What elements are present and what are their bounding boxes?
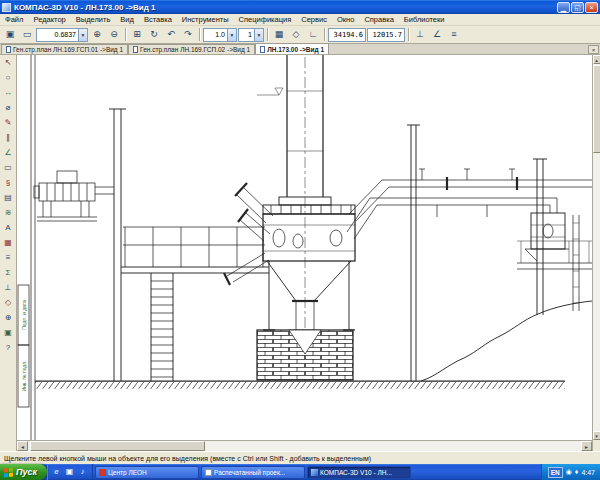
tool-library-button[interactable]: ≡ (1, 251, 16, 266)
tool-views-button[interactable]: ▤ (1, 191, 16, 206)
menu-file[interactable]: Файл (0, 14, 28, 26)
ortho-button[interactable]: ∟ (305, 27, 321, 43)
chevron-down-icon[interactable]: ▾ (227, 29, 236, 41)
tool-snap-button[interactable]: ◇ (1, 296, 16, 311)
scroll-left-icon[interactable]: ◄ (17, 441, 28, 451)
tray-agent-icon[interactable]: ♦ (575, 464, 579, 480)
restore-button[interactable]: ◱ (571, 2, 584, 13)
tool-zoom-button[interactable]: ⊕ (1, 311, 16, 326)
menu-view[interactable]: Вид (115, 14, 139, 26)
taskbar-item-leon[interactable]: Центр ЛЕОН (95, 466, 199, 479)
tab-label: Ген.стр.план ЛН.169.ГСП.01 ->Вид 1 (13, 46, 123, 53)
tool-editing-button[interactable]: ✎ (1, 116, 16, 131)
tool-specification-button[interactable]: § (1, 176, 16, 191)
grid-button[interactable]: ▦ (271, 27, 287, 43)
technical-drawing[interactable]: Подп. и дата Инв. № подл. (17, 55, 592, 440)
tray-status-icon[interactable]: ◉ (566, 464, 572, 480)
tool-select-button[interactable]: ↖ (1, 56, 16, 71)
tool-help-button[interactable]: ? (1, 341, 16, 356)
menu-libraries[interactable]: Библиотеки (399, 14, 450, 26)
next-view-button[interactable]: ↷ (180, 27, 196, 43)
brick-foundation[interactable] (257, 330, 353, 380)
tab-close-button[interactable]: × (588, 45, 599, 54)
horizontal-scrollbar[interactable]: ◄ ► (17, 440, 592, 451)
tab-genplan-01[interactable]: Ген.стр.план ЛН.169.ГСП.01 ->Вид 1 (1, 44, 128, 54)
tool-layers-button[interactable]: ≋ (1, 206, 16, 221)
tool-reports-button[interactable]: Σ (1, 266, 16, 281)
menu-bar: Файл Редактор Выделить Вид Вставка Инстр… (0, 14, 600, 26)
tool-parametrics-button[interactable]: ∥ (1, 131, 16, 146)
angle-button[interactable]: ∠ (429, 27, 445, 43)
vertical-scroll-thumb[interactable] (593, 65, 600, 153)
tool-designations-button[interactable]: ⌀ (1, 101, 16, 116)
chevron-down-icon[interactable]: ▾ (254, 29, 263, 41)
taskbar-item-printed-project[interactable]: Распечатанный проек... (201, 466, 305, 479)
show-desktop-icon[interactable]: ▣ (64, 466, 75, 478)
horizontal-scroll-thumb[interactable] (30, 441, 205, 451)
sheet-frame[interactable]: Подп. и дата Инв. № подл. (18, 55, 35, 440)
cursor-y-field[interactable]: 12015.7 (367, 28, 405, 42)
tab-genplan-02[interactable]: Ген.стр.план ЛН.169.ГСП.02 ->Вид 1 (128, 44, 255, 54)
pan-button[interactable]: ⊞ (129, 27, 145, 43)
browser-icon[interactable]: e (51, 466, 62, 478)
apparatus-body[interactable] (224, 183, 355, 285)
zoom-in-button[interactable]: ⊕ (89, 27, 105, 43)
tool-selection-frame-button[interactable]: ▭ (1, 161, 16, 176)
refresh-button[interactable]: ↻ (146, 27, 162, 43)
taskbar-item-kompas[interactable]: КОМПАС-3D V10 - ЛН... (307, 466, 411, 479)
tool-measure-button[interactable]: ∠ (1, 146, 16, 161)
scroll-up-icon[interactable]: ▲ (593, 55, 600, 64)
ladder[interactable] (151, 273, 173, 381)
layer-combo[interactable]: 1 ▾ (238, 28, 264, 42)
perpendicular-button[interactable]: ⊥ (412, 27, 428, 43)
minimize-button[interactable]: ▁ (557, 2, 570, 13)
zoom-page-button[interactable]: ▣ (2, 27, 18, 43)
zoom-out-button[interactable]: ⊖ (106, 27, 122, 43)
menu-window[interactable]: Окно (332, 14, 359, 26)
start-button[interactable]: Пуск (0, 464, 47, 480)
zoom-combo[interactable]: 0.6837 ▾ (36, 28, 88, 42)
menu-service[interactable]: Сервис (296, 14, 332, 26)
zoom-frame-button[interactable]: ▭ (19, 27, 35, 43)
menu-insert[interactable]: Вставка (139, 14, 177, 26)
scroll-right-icon[interactable]: ► (581, 441, 592, 451)
language-indicator[interactable]: EN (548, 467, 563, 478)
chevron-down-icon[interactable]: ▾ (78, 29, 87, 41)
status-bar: Щелкните левой кнопкой мыши на объекте д… (0, 451, 600, 464)
step-combo[interactable]: 1.0 ▾ (203, 28, 237, 42)
tool-text-button[interactable]: А (1, 221, 16, 236)
tool-geometry-button[interactable]: ○ (1, 71, 16, 86)
menu-tools[interactable]: Инструменты (177, 14, 234, 26)
chimney-stack[interactable] (257, 55, 331, 205)
document-icon (133, 46, 138, 53)
scroll-down-icon[interactable]: ▼ (593, 431, 600, 440)
prev-view-button[interactable]: ↶ (163, 27, 179, 43)
service-platform[interactable] (121, 227, 269, 273)
tool-sheet-button[interactable]: ▣ (1, 326, 16, 341)
cursor-x-field[interactable]: 34194.6 (328, 28, 366, 42)
tab-ln173[interactable]: ЛН.173.00 ->Вид 1 (255, 43, 329, 54)
separator (199, 28, 200, 41)
menu-select[interactable]: Выделить (71, 14, 116, 26)
tool-aux-lines-button[interactable]: ⊥ (1, 281, 16, 296)
drawing-canvas[interactable]: Подп. и дата Инв. № подл. (17, 55, 592, 440)
media-player-icon[interactable]: ♪ (77, 466, 88, 478)
ground-line[interactable] (35, 381, 565, 389)
tool-table-button[interactable]: ▦ (1, 236, 16, 251)
snap-button[interactable]: ◇ (288, 27, 304, 43)
overhead-piping[interactable] (347, 169, 592, 239)
far-right-structure[interactable] (421, 159, 592, 381)
close-button[interactable]: × (585, 2, 598, 13)
status-hint: Щелкните левой кнопкой мыши на объекте д… (4, 455, 371, 462)
menu-help[interactable]: Справка (359, 14, 398, 26)
vertical-scrollbar[interactable]: ▲ ▼ (593, 55, 600, 440)
settings-button[interactable]: ≡ (446, 27, 462, 43)
window-title: КОМПАС-3D V10 - ЛН.173.00 ->Вид 1 (14, 3, 556, 12)
right-wall-column[interactable] (407, 125, 420, 381)
menu-specification[interactable]: Спецификация (234, 14, 297, 26)
menu-editor[interactable]: Редактор (28, 14, 70, 26)
tool-dimensions-button[interactable]: ↔ (1, 86, 16, 101)
cone-and-support[interactable] (263, 261, 355, 330)
app-window-icon (99, 469, 106, 476)
left-pump-unit[interactable] (34, 171, 114, 221)
